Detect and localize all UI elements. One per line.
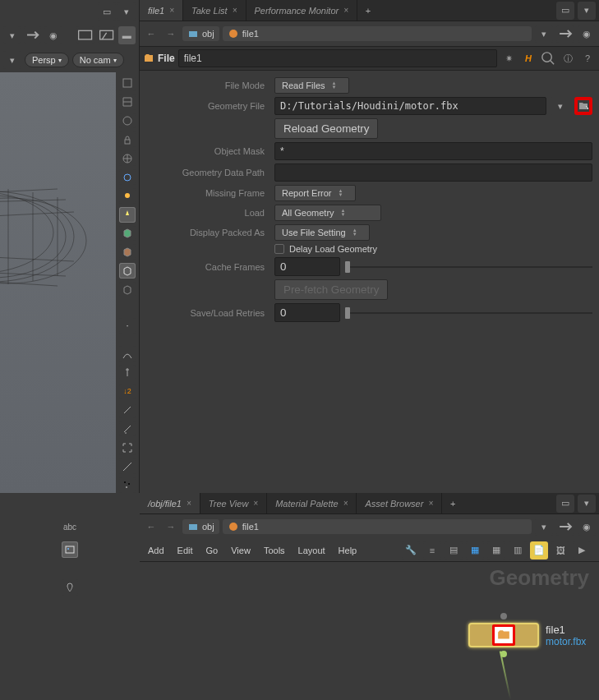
packed-select[interactable]: Use File Setting ▲▼ — [274, 224, 370, 241]
path-seg-file1[interactable]: file1 — [223, 519, 532, 534]
viewport-3d[interactable] — [0, 72, 116, 493]
wrench-icon[interactable]: 🔧 — [402, 541, 420, 560]
tab-asset-browser[interactable]: Asset Browser × — [357, 493, 442, 513]
path-seg-obj[interactable]: obj — [182, 519, 219, 534]
node-name-input[interactable] — [178, 49, 497, 67]
node-output-connector[interactable] — [500, 651, 507, 657]
forward-icon[interactable]: → — [163, 25, 179, 42]
tiles-icon[interactable]: ▦ — [487, 541, 505, 560]
display-option-icon[interactable] — [119, 76, 136, 91]
geo-file-dropdown-icon[interactable]: ▾ — [551, 97, 569, 115]
play-icon[interactable]: ▶ — [573, 541, 591, 560]
pin-view-icon[interactable] — [556, 25, 574, 43]
close-icon[interactable]: × — [233, 6, 237, 15]
close-icon[interactable]: × — [187, 499, 191, 508]
maximize-icon[interactable]: ▭ — [556, 2, 574, 20]
lighting-icon[interactable] — [119, 207, 136, 223]
follow-icon[interactable]: ◉ — [578, 518, 596, 536]
file-mode-select[interactable]: Read Files ▲▼ — [274, 77, 349, 94]
camera-nocam-dropdown[interactable]: No cam ▾ — [72, 53, 124, 67]
menu-add[interactable]: Add — [148, 546, 164, 555]
line-icon[interactable] — [119, 458, 136, 474]
browse-file-button[interactable] — [574, 97, 592, 115]
close-icon[interactable]: × — [253, 499, 258, 508]
file-node[interactable]: file1 motor.fbx — [468, 623, 586, 647]
node-input-connector[interactable] — [500, 613, 507, 619]
search-icon[interactable] — [540, 50, 556, 67]
back-icon[interactable]: ← — [143, 25, 159, 42]
orbit-icon[interactable]: ◉ — [44, 26, 62, 44]
freeze-icon[interactable] — [119, 169, 136, 185]
follow-icon[interactable]: ◉ — [578, 25, 596, 43]
pane-menu-icon[interactable]: ▾ — [578, 495, 596, 513]
brush2-icon[interactable] — [119, 421, 136, 437]
tab-objfile1[interactable]: /obj/file1 × — [140, 493, 200, 513]
missing-frame-select[interactable]: Report Error ▲▼ — [274, 185, 356, 201]
menu-go[interactable]: Go — [206, 546, 219, 555]
cache-frames-input[interactable] — [274, 257, 340, 276]
gear-icon[interactable]: ✷ — [500, 50, 517, 67]
houdini-help-icon[interactable]: H — [520, 50, 537, 67]
wire-shaded-icon[interactable] — [119, 263, 136, 279]
shelf2-icon[interactable] — [98, 26, 115, 44]
tab-perf-monitor[interactable]: Performance Monitor × — [247, 0, 358, 21]
tab-tree-view[interactable]: Tree View × — [200, 493, 267, 513]
obj-mask-input[interactable] — [274, 142, 592, 160]
shade-cube2-icon[interactable] — [119, 244, 136, 260]
menu-help[interactable]: Help — [339, 546, 357, 555]
help-icon[interactable]: ? — [579, 50, 596, 67]
back-icon[interactable]: ← — [143, 518, 159, 535]
curve-icon[interactable] — [119, 346, 136, 362]
pin2-icon[interactable] — [119, 365, 136, 380]
i2-icon[interactable]: ↓2 — [119, 384, 136, 399]
shade-cube-icon[interactable] — [119, 226, 136, 242]
note-icon[interactable]: 📄 — [530, 541, 548, 560]
list-icon[interactable]: ≡ — [423, 541, 441, 560]
template-icon[interactable] — [119, 94, 136, 110]
delay-load-checkbox[interactable] — [274, 244, 284, 254]
tab-file1[interactable]: file1 × — [140, 0, 183, 21]
corners-icon[interactable] — [119, 440, 136, 455]
add-tab-button[interactable]: + — [442, 493, 463, 513]
close-icon[interactable]: × — [343, 499, 348, 508]
pin-view-icon[interactable] — [556, 518, 574, 536]
close-icon[interactable]: × — [169, 6, 174, 15]
retries-input[interactable] — [274, 303, 340, 322]
marker-icon[interactable] — [62, 579, 78, 596]
maximize-icon[interactable]: ▭ — [98, 2, 116, 21]
lock-icon[interactable] — [119, 131, 136, 147]
rect-icon[interactable]: ▬ — [118, 26, 136, 44]
shelf-icon[interactable] — [76, 26, 94, 44]
image2-icon[interactable]: 🖼 — [551, 541, 569, 560]
ghost-icon[interactable] — [119, 113, 136, 129]
menu-view[interactable]: View — [231, 546, 251, 555]
add-tab-button[interactable]: + — [357, 0, 379, 21]
network-canvas[interactable]: Geometry file1 motor.fbx — [140, 562, 599, 700]
handle-icon[interactable]: · — [119, 318, 136, 334]
path-seg-file1[interactable]: file1 — [223, 26, 532, 41]
geo-file-input[interactable] — [274, 97, 546, 115]
retries-slider[interactable] — [345, 306, 592, 320]
table-icon[interactable]: ▥ — [509, 541, 527, 560]
scatter-icon[interactable] — [119, 477, 136, 493]
path-seg-obj[interactable]: obj — [182, 26, 219, 41]
camera-persp-dropdown[interactable]: Persp ▾ — [25, 53, 69, 67]
globe-icon[interactable] — [119, 150, 136, 166]
image-icon[interactable] — [62, 541, 78, 558]
path-dropdown-icon[interactable]: ▾ — [535, 518, 553, 536]
menu-edit[interactable]: Edit — [177, 546, 193, 555]
menu-layout[interactable]: Layout — [298, 546, 325, 555]
wire-icon[interactable] — [119, 282, 136, 297]
reload-geometry-button[interactable]: Reload Geometry — [274, 118, 378, 139]
cache-frames-slider[interactable] — [345, 260, 592, 274]
menu-tools[interactable]: Tools — [264, 546, 285, 555]
data-path-input[interactable] — [274, 163, 592, 182]
tab-material-palette[interactable]: Material Palette × — [267, 493, 357, 513]
sun-icon[interactable] — [119, 188, 136, 204]
close-icon[interactable]: × — [428, 499, 433, 508]
pin-icon[interactable] — [24, 26, 41, 44]
brush-icon[interactable] — [119, 403, 136, 418]
load-select[interactable]: All Geometry ▲▼ — [274, 205, 381, 221]
pane-menu-icon[interactable]: ▾ — [117, 2, 136, 21]
maximize-icon[interactable]: ▭ — [556, 495, 574, 513]
